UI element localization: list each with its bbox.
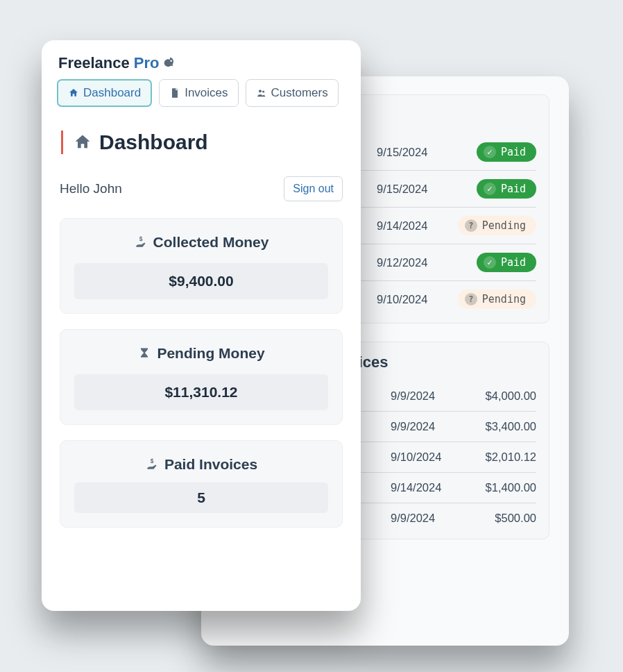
status-badge: ✓ Paid [477,253,536,272]
status-label: Paid [501,256,526,269]
signout-button[interactable]: Sign out [284,176,343,201]
svg-point-2 [262,90,264,92]
brand-logo: FreelancePro [58,54,345,72]
invoice-amount: $4,000.00 [460,389,536,403]
stat-collected: $ Collected Money $9,400.00 [60,218,343,314]
status-badge: ✓ Paid [477,179,536,199]
invoice-date: 9/14/2024 [391,481,460,494]
home-icon [73,133,92,152]
nav-tabs: Dashboard Invoices Customers [57,79,345,107]
home-icon [68,87,79,99]
rocket-icon [163,56,177,70]
invoice-date: 9/12/2024 [377,256,446,269]
invoice-date: 9/9/2024 [391,389,460,403]
invoice-date: 9/10/2024 [391,451,460,464]
invoice-amount: $2,010.12 [460,451,536,464]
tab-dashboard[interactable]: Dashboard [57,79,152,107]
status-badge: ? Pending [458,289,536,309]
tab-invoices[interactable]: Invoices [159,79,238,107]
invoice-date: 9/9/2024 [391,420,460,433]
status-label: Pending [482,219,526,232]
stat-pending: Pending Money $11,310.12 [60,329,343,425]
question-icon: ? [465,219,477,232]
invoice-date: 9/9/2024 [391,512,460,525]
page-title: Dashboard [61,131,345,154]
invoice-date: 9/14/2024 [377,219,446,233]
svg-text:$: $ [151,457,154,464]
check-icon: ✓ [484,183,496,195]
stat-value: $11,310.12 [74,374,328,410]
tab-customers[interactable]: Customers [246,79,339,107]
svg-point-0 [171,60,173,62]
status-label: Paid [501,183,526,195]
stat-value: 5 [74,482,328,513]
tab-label: Invoices [185,86,228,100]
money-hand-icon: $ [134,235,148,249]
page-title-text: Dashboard [99,131,208,154]
question-icon: ? [465,293,477,305]
users-icon [256,87,267,99]
invoice-amount: $500.00 [460,512,536,525]
stat-paid-invoices: $ Paid Invoices 5 [60,440,343,528]
invoice-amount: $1,400.00 [460,481,536,494]
check-icon: ✓ [484,146,496,158]
brand-text-1: Freelance [58,54,130,72]
brand-text-2: Pro [134,54,160,72]
greeting-text: Hello John [60,181,122,196]
stat-value: $9,400.00 [74,263,328,299]
invoice-date: 9/15/2024 [377,146,446,159]
stat-label: Pending Money [157,345,264,362]
status-badge: ? Pending [458,216,536,235]
stat-label: Paid Invoices [164,456,257,473]
status-label: Pending [482,293,526,305]
money-hand-icon: $ [145,457,159,471]
invoice-date: 9/15/2024 [377,183,446,196]
primary-panel: FreelancePro Dashboard Invoices Customer… [42,40,361,611]
tab-label: Customers [271,86,328,100]
svg-text:$: $ [139,235,142,242]
check-icon: ✓ [484,256,496,269]
hourglass-icon [137,346,151,360]
document-icon [169,87,180,99]
invoice-amount: $3,400.00 [460,420,536,433]
tab-label: Dashboard [83,86,141,100]
invoice-date: 9/10/2024 [377,293,446,306]
status-label: Paid [501,146,526,158]
greeting-row: Hello John Sign out [60,176,343,201]
status-badge: ✓ Paid [477,142,536,162]
svg-point-1 [259,90,262,92]
stat-label: Collected Money [153,234,269,251]
